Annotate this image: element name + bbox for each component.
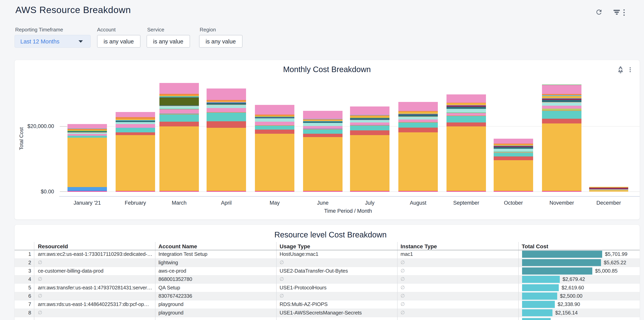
svg-text:October: October bbox=[504, 200, 523, 206]
svg-text:April: April bbox=[221, 200, 232, 206]
svg-text:$0.00: $0.00 bbox=[41, 189, 54, 195]
svg-text:January '21: January '21 bbox=[74, 200, 101, 206]
svg-text:Time Period / Month: Time Period / Month bbox=[324, 208, 372, 214]
svg-text:June: June bbox=[317, 200, 329, 206]
svg-text:August: August bbox=[410, 200, 426, 206]
svg-text:September: September bbox=[453, 200, 479, 206]
svg-text:Total Cost: Total Cost bbox=[18, 127, 24, 150]
svg-text:March: March bbox=[172, 200, 186, 206]
svg-text:Monthly Cost Breakdown: Monthly Cost Breakdown bbox=[283, 65, 371, 74]
svg-text:$20,000.00: $20,000.00 bbox=[28, 123, 54, 129]
svg-text:July: July bbox=[365, 200, 375, 206]
svg-text:February: February bbox=[125, 200, 146, 206]
svg-text:December: December bbox=[596, 200, 621, 206]
svg-text:May: May bbox=[270, 200, 280, 206]
svg-text:November: November bbox=[550, 200, 574, 206]
